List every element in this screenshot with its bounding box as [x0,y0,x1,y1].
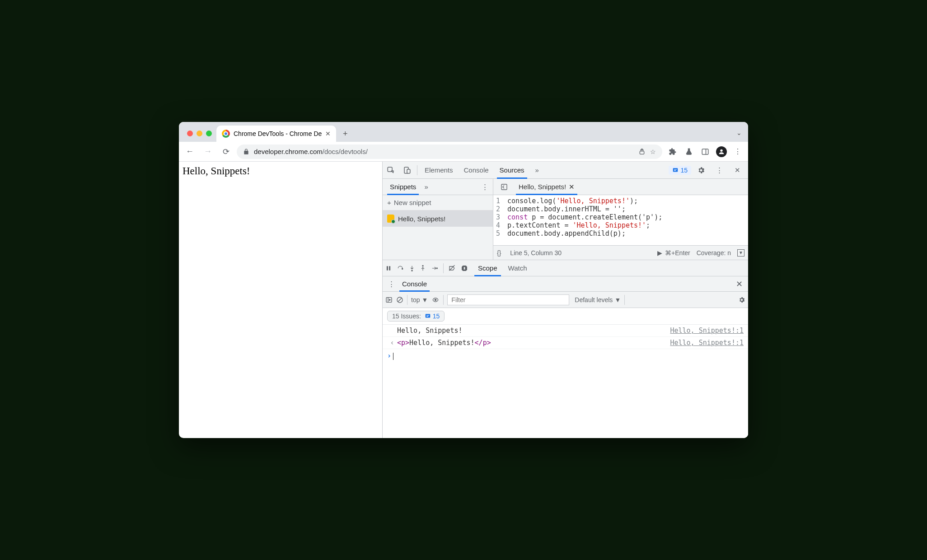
tab-more-chevron-icon[interactable]: » [530,162,544,178]
context-selector[interactable]: top ▼ [411,296,428,303]
device-toggle-icon[interactable] [399,166,415,174]
step-into-icon[interactable] [409,265,415,272]
line-gutter: 1 2 3 4 5 [493,195,505,245]
coverage-indicator[interactable]: Coverage: n [697,249,731,257]
sources-panel: Snippets » ⋮ + New snippet Hello, Snippe… [383,179,748,260]
reload-button[interactable]: ⟳ [219,145,233,159]
console-row: Hello, Snippets! Hello, Snippets!:1 [383,325,748,337]
debugger-toolbar: Scope Watch [383,260,748,276]
pause-exceptions-icon[interactable] [461,265,468,272]
svg-rect-1 [702,149,708,154]
svg-point-21 [435,299,437,301]
pretty-print-icon[interactable]: {} [497,249,501,257]
page-text: Hello, Snippets! [183,165,250,177]
menu-icon[interactable]: ⋮ [731,145,744,159]
svg-point-11 [402,268,403,269]
pause-icon[interactable] [385,265,392,271]
bookmark-star-icon[interactable]: ☆ [650,148,656,155]
close-editor-tab-icon[interactable]: ✕ [569,183,575,191]
close-drawer-icon[interactable]: ✕ [733,279,745,289]
svg-point-14 [436,267,437,268]
forward-button[interactable]: → [201,145,215,159]
editor-pane: Hello, Snippets! ✕ 1 2 3 4 5 [493,179,748,260]
browser-tab[interactable]: Chrome DevTools - Chrome De ✕ [216,126,336,142]
plus-icon: + [387,199,391,206]
console-settings-icon[interactable] [738,296,745,303]
scope-tab[interactable]: Scope [473,260,503,276]
filter-input[interactable] [447,294,569,305]
share-icon[interactable] [638,148,646,155]
new-snippet-button[interactable]: + New snippet [383,195,493,210]
inspect-icon[interactable] [383,166,399,174]
run-icon[interactable]: ▶ [657,249,662,257]
run-shortcut: ⌘+Enter [665,249,690,257]
issues-chip[interactable]: 15 [669,166,691,175]
drawer-console-tab[interactable]: Console [398,276,431,291]
step-icon[interactable] [431,265,439,271]
navigate-icon[interactable] [496,183,512,191]
devtools-panel: Elements Console Sources » 15 ⋮ ✕ [382,162,748,438]
step-out-icon[interactable] [420,265,426,272]
levels-selector[interactable]: Default levels ▼ [575,296,621,303]
nav-more-icon[interactable]: » [421,183,431,191]
svg-rect-9 [387,266,388,270]
watch-tab[interactable]: Watch [503,260,533,276]
console-row: ‹ <p>Hello, Snippets!</p> Hello, Snippet… [383,337,748,349]
labs-icon[interactable] [682,145,696,159]
svg-point-13 [422,265,423,266]
snippet-item[interactable]: Hello, Snippets! [383,210,493,227]
svg-point-12 [412,270,412,271]
clear-console-icon[interactable] [396,296,403,303]
close-window-button[interactable] [187,131,193,136]
live-expression-icon[interactable] [431,297,440,303]
omnibox[interactable]: developer.chrome.com/docs/devtools/ ☆ [237,145,662,159]
drawer-menu-icon[interactable]: ⋮ [385,280,398,288]
svg-rect-22 [426,314,431,317]
svg-line-20 [398,298,402,302]
deactivate-breakpoints-icon[interactable] [448,265,456,272]
extensions-icon[interactable] [666,145,679,159]
console-body[interactable]: Hello, Snippets! Hello, Snippets!:1 ‹ <p… [383,325,748,438]
source-link[interactable]: Hello, Snippets!:1 [670,327,744,335]
snippets-tab[interactable]: Snippets [385,179,421,195]
tab-console[interactable]: Console [459,162,494,178]
profile-avatar[interactable] [715,145,728,159]
content-split: Hello, Snippets! Elements Console Source… [179,162,748,438]
issues-button[interactable]: 15 Issues: 15 [387,311,445,322]
tab-title: Chrome DevTools - Chrome De [234,130,322,137]
more-vert-icon[interactable]: ⋮ [711,166,727,174]
code-editor[interactable]: 1 2 3 4 5 console.log('Hello, Snippets!'… [493,195,748,245]
expand-icon[interactable]: ▼ [737,249,744,257]
svg-rect-0 [640,151,644,154]
back-button[interactable]: ← [183,145,197,159]
browser-window: Chrome DevTools - Chrome De ✕ + ⌄ ← → ⟳ … [179,122,748,438]
devtools-tabs: Elements Console Sources » 15 ⋮ ✕ [383,162,748,179]
settings-gear-icon[interactable] [693,166,709,174]
snippet-file-icon [387,215,394,223]
sidebar-toggle-icon[interactable] [385,296,393,303]
tabs-chevron-icon[interactable]: ⌄ [736,129,744,136]
tab-strip: Chrome DevTools - Chrome De ✕ + ⌄ [179,122,748,142]
secure-lock-icon [243,149,249,155]
svg-rect-7 [673,168,678,172]
console-toolbar: top ▼ Default levels ▼ [383,292,748,308]
close-tab-icon[interactable]: ✕ [325,130,331,137]
source-link[interactable]: Hello, Snippets!:1 [670,339,744,347]
step-over-icon[interactable] [396,265,404,271]
svg-rect-16 [464,267,465,269]
editor-tab[interactable]: Hello, Snippets! ✕ [515,179,578,195]
page: Hello, Snippets! [179,162,382,438]
sidepanel-icon[interactable] [698,145,712,159]
close-devtools-icon[interactable]: ✕ [729,166,745,174]
window-controls [183,131,216,142]
svg-rect-6 [407,169,410,173]
new-tab-button[interactable]: + [339,127,351,140]
tab-elements[interactable]: Elements [419,162,459,178]
toolbar-icons: ⋮ [666,145,744,159]
console-prompt[interactable]: › [383,349,748,363]
fullscreen-window-button[interactable] [206,131,212,136]
sources-navigator: Snippets » ⋮ + New snippet Hello, Snippe… [383,179,493,260]
nav-menu-icon[interactable]: ⋮ [477,183,493,191]
tab-sources[interactable]: Sources [494,162,530,178]
minimize-window-button[interactable] [197,131,202,136]
